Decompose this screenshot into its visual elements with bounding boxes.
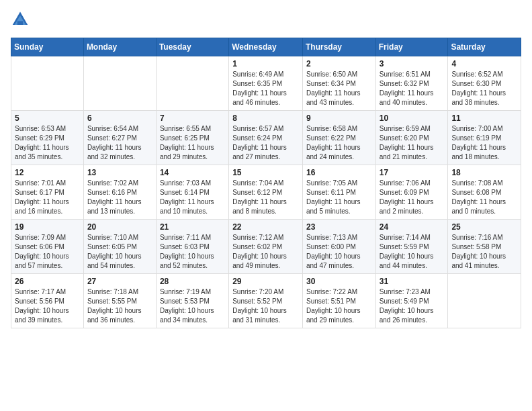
day-number: 26 <box>15 277 80 286</box>
day-cell: 23Sunrise: 7:13 AM Sunset: 6:00 PM Dayli… <box>302 220 375 274</box>
day-cell: 4Sunrise: 6:52 AM Sunset: 6:30 PM Daylig… <box>448 56 521 111</box>
day-info: Sunrise: 7:08 AM Sunset: 6:08 PM Dayligh… <box>451 179 517 216</box>
day-cell: 17Sunrise: 7:06 AM Sunset: 6:09 PM Dayli… <box>375 165 448 220</box>
day-header-friday: Friday <box>375 38 448 56</box>
day-number: 4 <box>451 59 517 68</box>
day-info: Sunrise: 6:54 AM Sunset: 6:27 PM Dayligh… <box>87 124 152 162</box>
day-number: 31 <box>380 277 445 286</box>
day-info: Sunrise: 6:52 AM Sunset: 6:30 PM Dayligh… <box>451 70 517 107</box>
day-info: Sunrise: 6:59 AM Sunset: 6:20 PM Dayligh… <box>380 124 445 162</box>
day-cell: 21Sunrise: 7:11 AM Sunset: 6:03 PM Dayli… <box>156 220 228 274</box>
day-cell: 22Sunrise: 7:12 AM Sunset: 6:02 PM Dayli… <box>229 220 303 274</box>
day-number: 28 <box>160 277 225 286</box>
calendar-table: SundayMondayTuesdayWednesdayThursdayFrid… <box>11 38 521 328</box>
day-cell: 2Sunrise: 6:50 AM Sunset: 6:34 PM Daylig… <box>302 56 375 111</box>
day-number: 24 <box>380 222 445 232</box>
day-info: Sunrise: 7:12 AM Sunset: 6:02 PM Dayligh… <box>232 233 299 271</box>
day-cell: 30Sunrise: 7:22 AM Sunset: 5:51 PM Dayli… <box>302 274 375 328</box>
day-info: Sunrise: 6:55 AM Sunset: 6:25 PM Dayligh… <box>160 124 225 162</box>
day-info: Sunrise: 7:10 AM Sunset: 6:05 PM Dayligh… <box>87 233 152 271</box>
week-row-1: 1Sunrise: 6:49 AM Sunset: 6:35 PM Daylig… <box>11 56 521 111</box>
day-number: 8 <box>232 113 299 123</box>
day-cell: 20Sunrise: 7:10 AM Sunset: 6:05 PM Dayli… <box>83 220 156 274</box>
logo <box>11 11 31 30</box>
week-row-2: 5Sunrise: 6:53 AM Sunset: 6:29 PM Daylig… <box>11 111 521 165</box>
day-number: 22 <box>232 222 299 232</box>
day-number: 9 <box>306 113 372 123</box>
day-info: Sunrise: 7:06 AM Sunset: 6:09 PM Dayligh… <box>380 179 445 216</box>
day-info: Sunrise: 7:14 AM Sunset: 5:59 PM Dayligh… <box>380 233 445 271</box>
day-info: Sunrise: 6:50 AM Sunset: 6:34 PM Dayligh… <box>306 70 372 107</box>
week-row-4: 19Sunrise: 7:09 AM Sunset: 6:06 PM Dayli… <box>11 220 521 274</box>
day-info: Sunrise: 7:03 AM Sunset: 6:14 PM Dayligh… <box>160 179 225 216</box>
day-number: 21 <box>160 222 225 232</box>
day-header-sunday: Sunday <box>11 38 84 56</box>
day-header-saturday: Saturday <box>448 38 521 56</box>
day-cell: 11Sunrise: 7:00 AM Sunset: 6:19 PM Dayli… <box>448 111 521 165</box>
day-info: Sunrise: 7:05 AM Sunset: 6:11 PM Dayligh… <box>306 179 372 216</box>
day-cell: 6Sunrise: 6:54 AM Sunset: 6:27 PM Daylig… <box>83 111 156 165</box>
day-cell <box>156 56 228 111</box>
day-number: 3 <box>380 59 445 68</box>
day-number: 14 <box>160 168 225 177</box>
day-number: 17 <box>380 168 445 177</box>
day-info: Sunrise: 7:13 AM Sunset: 6:00 PM Dayligh… <box>306 233 372 271</box>
day-info: Sunrise: 6:51 AM Sunset: 6:32 PM Dayligh… <box>380 70 445 107</box>
day-cell: 14Sunrise: 7:03 AM Sunset: 6:14 PM Dayli… <box>156 165 228 220</box>
day-header-thursday: Thursday <box>302 38 375 56</box>
page-header <box>11 11 521 30</box>
day-number: 12 <box>15 168 80 177</box>
day-header-wednesday: Wednesday <box>229 38 303 56</box>
day-info: Sunrise: 7:11 AM Sunset: 6:03 PM Dayligh… <box>160 233 225 271</box>
day-number: 30 <box>306 277 372 286</box>
day-number: 15 <box>232 168 299 177</box>
day-cell: 18Sunrise: 7:08 AM Sunset: 6:08 PM Dayli… <box>448 165 521 220</box>
day-info: Sunrise: 7:23 AM Sunset: 5:49 PM Dayligh… <box>380 287 445 325</box>
day-cell: 16Sunrise: 7:05 AM Sunset: 6:11 PM Dayli… <box>302 165 375 220</box>
day-number: 13 <box>87 168 152 177</box>
day-header-monday: Monday <box>83 38 156 56</box>
day-number: 23 <box>306 222 372 232</box>
day-info: Sunrise: 7:16 AM Sunset: 5:58 PM Dayligh… <box>451 233 517 271</box>
day-cell: 7Sunrise: 6:55 AM Sunset: 6:25 PM Daylig… <box>156 111 228 165</box>
day-number: 25 <box>451 222 517 232</box>
svg-rect-2 <box>17 21 23 25</box>
day-cell: 10Sunrise: 6:59 AM Sunset: 6:20 PM Dayli… <box>375 111 448 165</box>
day-cell <box>83 56 156 111</box>
day-cell <box>11 56 84 111</box>
day-info: Sunrise: 6:49 AM Sunset: 6:35 PM Dayligh… <box>232 70 299 107</box>
day-number: 6 <box>87 113 152 123</box>
day-cell: 12Sunrise: 7:01 AM Sunset: 6:17 PM Dayli… <box>11 165 84 220</box>
day-header-tuesday: Tuesday <box>156 38 228 56</box>
day-number: 19 <box>15 222 80 232</box>
day-number: 20 <box>87 222 152 232</box>
day-number: 2 <box>306 59 372 68</box>
day-header-row: SundayMondayTuesdayWednesdayThursdayFrid… <box>11 38 521 56</box>
day-number: 27 <box>87 277 152 286</box>
day-cell: 15Sunrise: 7:04 AM Sunset: 6:12 PM Dayli… <box>229 165 303 220</box>
day-info: Sunrise: 7:00 AM Sunset: 6:19 PM Dayligh… <box>451 124 517 162</box>
day-number: 1 <box>232 59 299 68</box>
day-info: Sunrise: 7:09 AM Sunset: 6:06 PM Dayligh… <box>15 233 80 271</box>
day-number: 11 <box>451 113 517 123</box>
week-row-3: 12Sunrise: 7:01 AM Sunset: 6:17 PM Dayli… <box>11 165 521 220</box>
day-cell: 24Sunrise: 7:14 AM Sunset: 5:59 PM Dayli… <box>375 220 448 274</box>
day-info: Sunrise: 6:53 AM Sunset: 6:29 PM Dayligh… <box>15 124 80 162</box>
day-cell <box>448 274 521 328</box>
day-number: 16 <box>306 168 372 177</box>
day-number: 7 <box>160 113 225 123</box>
day-cell: 8Sunrise: 6:57 AM Sunset: 6:24 PM Daylig… <box>229 111 303 165</box>
logo-icon <box>11 11 30 30</box>
day-info: Sunrise: 7:17 AM Sunset: 5:56 PM Dayligh… <box>15 287 80 325</box>
day-cell: 31Sunrise: 7:23 AM Sunset: 5:49 PM Dayli… <box>375 274 448 328</box>
day-info: Sunrise: 7:18 AM Sunset: 5:55 PM Dayligh… <box>87 287 152 325</box>
day-number: 29 <box>232 277 299 286</box>
day-info: Sunrise: 7:02 AM Sunset: 6:16 PM Dayligh… <box>87 179 152 216</box>
day-info: Sunrise: 7:20 AM Sunset: 5:52 PM Dayligh… <box>232 287 299 325</box>
day-info: Sunrise: 7:19 AM Sunset: 5:53 PM Dayligh… <box>160 287 225 325</box>
day-number: 18 <box>451 168 517 177</box>
day-number: 5 <box>15 113 80 123</box>
day-cell: 26Sunrise: 7:17 AM Sunset: 5:56 PM Dayli… <box>11 274 84 328</box>
day-info: Sunrise: 6:57 AM Sunset: 6:24 PM Dayligh… <box>232 124 299 162</box>
day-info: Sunrise: 7:22 AM Sunset: 5:51 PM Dayligh… <box>306 287 372 325</box>
